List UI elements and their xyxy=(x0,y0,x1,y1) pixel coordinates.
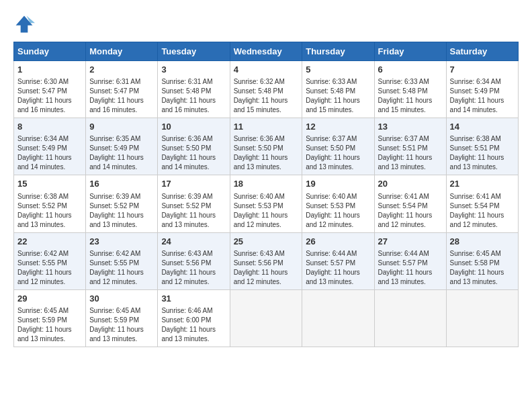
calendar-cell: 14Sunrise: 6:38 AMSunset: 5:51 PMDayligh… xyxy=(446,118,518,175)
day-info: Sunrise: 6:45 AMSunset: 5:59 PMDaylight:… xyxy=(89,306,154,344)
day-info: Sunrise: 6:44 AMSunset: 5:57 PMDaylight:… xyxy=(378,249,443,287)
calendar-cell: 12Sunrise: 6:37 AMSunset: 5:50 PMDayligh… xyxy=(302,118,374,175)
column-header-saturday: Saturday xyxy=(446,42,518,61)
day-info: Sunrise: 6:46 AMSunset: 6:00 PMDaylight:… xyxy=(161,306,226,344)
day-info: Sunrise: 6:44 AMSunset: 5:57 PMDaylight:… xyxy=(306,249,370,287)
day-number: 30 xyxy=(89,293,154,305)
calendar-cell: 30Sunrise: 6:45 AMSunset: 5:59 PMDayligh… xyxy=(86,289,158,347)
day-info: Sunrise: 6:30 AMSunset: 5:47 PMDaylight:… xyxy=(17,77,82,115)
week-row-2: 8Sunrise: 6:34 AMSunset: 5:49 PMDaylight… xyxy=(14,118,519,175)
day-info: Sunrise: 6:43 AMSunset: 5:56 PMDaylight:… xyxy=(161,249,226,287)
day-number: 16 xyxy=(89,178,154,190)
day-number: 17 xyxy=(161,178,226,190)
calendar-cell: 25Sunrise: 6:43 AMSunset: 5:56 PMDayligh… xyxy=(230,232,302,289)
day-info: Sunrise: 6:36 AMSunset: 5:50 PMDaylight:… xyxy=(161,134,226,172)
day-number: 3 xyxy=(161,64,226,76)
day-info: Sunrise: 6:38 AMSunset: 5:52 PMDaylight:… xyxy=(17,192,82,230)
calendar-cell: 10Sunrise: 6:36 AMSunset: 5:50 PMDayligh… xyxy=(158,118,230,175)
day-number: 25 xyxy=(234,236,299,248)
day-info: Sunrise: 6:45 AMSunset: 5:59 PMDaylight:… xyxy=(17,306,82,344)
week-row-1: 1Sunrise: 6:30 AMSunset: 5:47 PMDaylight… xyxy=(14,61,519,118)
day-number: 20 xyxy=(378,178,443,190)
calendar-cell: 8Sunrise: 6:34 AMSunset: 5:49 PMDaylight… xyxy=(14,118,86,175)
calendar-cell: 1Sunrise: 6:30 AMSunset: 5:47 PMDaylight… xyxy=(14,61,86,118)
column-header-tuesday: Tuesday xyxy=(158,42,230,61)
week-row-3: 15Sunrise: 6:38 AMSunset: 5:52 PMDayligh… xyxy=(14,175,519,232)
column-header-sunday: Sunday xyxy=(14,42,86,61)
day-number: 13 xyxy=(378,121,443,133)
day-info: Sunrise: 6:41 AMSunset: 5:54 PMDaylight:… xyxy=(450,192,515,230)
logo xyxy=(13,13,38,35)
day-info: Sunrise: 6:33 AMSunset: 5:48 PMDaylight:… xyxy=(378,77,443,115)
calendar-cell: 5Sunrise: 6:33 AMSunset: 5:48 PMDaylight… xyxy=(302,61,374,118)
day-info: Sunrise: 6:42 AMSunset: 5:55 PMDaylight:… xyxy=(17,249,82,287)
day-number: 18 xyxy=(234,178,299,190)
calendar-cell: 17Sunrise: 6:39 AMSunset: 5:52 PMDayligh… xyxy=(158,175,230,232)
day-number: 5 xyxy=(306,64,370,76)
day-number: 14 xyxy=(450,121,515,133)
calendar-cell xyxy=(374,289,446,347)
calendar-cell xyxy=(302,289,374,347)
day-number: 31 xyxy=(161,293,226,305)
day-info: Sunrise: 6:39 AMSunset: 5:52 PMDaylight:… xyxy=(161,192,226,230)
day-info: Sunrise: 6:33 AMSunset: 5:48 PMDaylight:… xyxy=(306,77,370,115)
calendar-cell xyxy=(446,289,518,347)
day-info: Sunrise: 6:34 AMSunset: 5:49 PMDaylight:… xyxy=(17,134,82,172)
calendar-cell: 23Sunrise: 6:42 AMSunset: 5:55 PMDayligh… xyxy=(86,232,158,289)
calendar-cell xyxy=(230,289,302,347)
day-info: Sunrise: 6:42 AMSunset: 5:55 PMDaylight:… xyxy=(89,249,154,287)
calendar-cell: 20Sunrise: 6:41 AMSunset: 5:54 PMDayligh… xyxy=(374,175,446,232)
day-number: 11 xyxy=(234,121,299,133)
calendar-cell: 26Sunrise: 6:44 AMSunset: 5:57 PMDayligh… xyxy=(302,232,374,289)
day-number: 2 xyxy=(89,64,154,76)
day-info: Sunrise: 6:40 AMSunset: 5:53 PMDaylight:… xyxy=(306,192,370,230)
day-info: Sunrise: 6:36 AMSunset: 5:50 PMDaylight:… xyxy=(234,134,299,172)
logo-icon xyxy=(13,13,35,35)
calendar-table: SundayMondayTuesdayWednesdayThursdayFrid… xyxy=(13,42,519,347)
day-number: 15 xyxy=(17,178,82,190)
calendar-cell: 7Sunrise: 6:34 AMSunset: 5:49 PMDaylight… xyxy=(446,61,518,118)
calendar-cell: 21Sunrise: 6:41 AMSunset: 5:54 PMDayligh… xyxy=(446,175,518,232)
day-number: 19 xyxy=(306,178,370,190)
calendar-cell: 15Sunrise: 6:38 AMSunset: 5:52 PMDayligh… xyxy=(14,175,86,232)
day-number: 22 xyxy=(17,236,82,248)
svg-marker-0 xyxy=(16,16,33,33)
day-number: 10 xyxy=(161,121,226,133)
day-info: Sunrise: 6:31 AMSunset: 5:47 PMDaylight:… xyxy=(89,77,154,115)
calendar-cell: 2Sunrise: 6:31 AMSunset: 5:47 PMDaylight… xyxy=(86,61,158,118)
day-number: 7 xyxy=(450,64,515,76)
header-row: SundayMondayTuesdayWednesdayThursdayFrid… xyxy=(14,42,519,61)
day-number: 1 xyxy=(17,64,82,76)
day-info: Sunrise: 6:38 AMSunset: 5:51 PMDaylight:… xyxy=(450,134,515,172)
day-info: Sunrise: 6:32 AMSunset: 5:48 PMDaylight:… xyxy=(234,77,299,115)
calendar-cell: 16Sunrise: 6:39 AMSunset: 5:52 PMDayligh… xyxy=(86,175,158,232)
day-info: Sunrise: 6:39 AMSunset: 5:52 PMDaylight:… xyxy=(89,192,154,230)
day-number: 29 xyxy=(17,293,82,305)
day-number: 9 xyxy=(89,121,154,133)
week-row-5: 29Sunrise: 6:45 AMSunset: 5:59 PMDayligh… xyxy=(14,289,519,347)
day-number: 23 xyxy=(89,236,154,248)
day-info: Sunrise: 6:37 AMSunset: 5:51 PMDaylight:… xyxy=(378,134,443,172)
day-number: 6 xyxy=(378,64,443,76)
day-info: Sunrise: 6:45 AMSunset: 5:58 PMDaylight:… xyxy=(450,249,515,287)
day-info: Sunrise: 6:41 AMSunset: 5:54 PMDaylight:… xyxy=(378,192,443,230)
calendar-cell: 6Sunrise: 6:33 AMSunset: 5:48 PMDaylight… xyxy=(374,61,446,118)
day-number: 12 xyxy=(306,121,370,133)
column-header-wednesday: Wednesday xyxy=(230,42,302,61)
day-number: 27 xyxy=(378,236,443,248)
calendar-cell: 11Sunrise: 6:36 AMSunset: 5:50 PMDayligh… xyxy=(230,118,302,175)
day-number: 21 xyxy=(450,178,515,190)
calendar-cell: 18Sunrise: 6:40 AMSunset: 5:53 PMDayligh… xyxy=(230,175,302,232)
calendar-cell: 28Sunrise: 6:45 AMSunset: 5:58 PMDayligh… xyxy=(446,232,518,289)
day-number: 26 xyxy=(306,236,370,248)
day-number: 4 xyxy=(234,64,299,76)
calendar-cell: 31Sunrise: 6:46 AMSunset: 6:00 PMDayligh… xyxy=(158,289,230,347)
page-header xyxy=(13,13,519,35)
calendar-cell: 19Sunrise: 6:40 AMSunset: 5:53 PMDayligh… xyxy=(302,175,374,232)
calendar-cell: 13Sunrise: 6:37 AMSunset: 5:51 PMDayligh… xyxy=(374,118,446,175)
column-header-friday: Friday xyxy=(374,42,446,61)
day-info: Sunrise: 6:37 AMSunset: 5:50 PMDaylight:… xyxy=(306,134,370,172)
calendar-cell: 29Sunrise: 6:45 AMSunset: 5:59 PMDayligh… xyxy=(14,289,86,347)
calendar-cell: 4Sunrise: 6:32 AMSunset: 5:48 PMDaylight… xyxy=(230,61,302,118)
day-info: Sunrise: 6:40 AMSunset: 5:53 PMDaylight:… xyxy=(234,192,299,230)
